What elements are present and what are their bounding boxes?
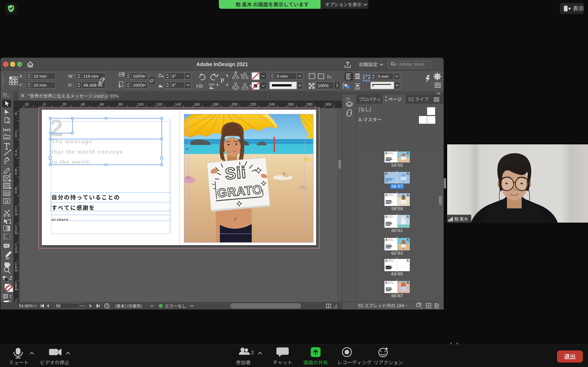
svg-text:120: 120 [156,102,162,106]
svg-text:A: A [385,281,388,285]
svg-text:100%: 100% [133,83,144,87]
svg-text:A: A [385,259,388,263]
svg-text:20: 20 [62,102,66,106]
svg-text:119 mm: 119 mm [83,74,98,78]
svg-text:66-67: 66-67 [391,293,403,298]
svg-text:0°: 0° [172,83,176,87]
svg-text:to the world.: to the world. [52,159,91,165]
svg-text:A: A [406,238,409,242]
svg-text:0: 0 [43,102,45,106]
svg-text:0°: 0° [172,74,176,78]
svg-text:A: A [406,193,409,197]
svg-text:56: 56 [56,304,61,308]
svg-text:64-65: 64-65 [391,271,403,276]
svg-text:fx.: fx. [327,74,332,79]
svg-text:240: 240 [269,102,275,106]
svg-text:X :: X : [19,74,25,79]
svg-text:P: P [221,77,224,84]
svg-text:60: 60 [100,102,104,106]
svg-text:60-61: 60-61 [391,228,403,233]
svg-text:62-63: 62-63 [391,250,403,256]
svg-text:A: A [6,200,8,203]
svg-text:200: 200 [231,102,237,106]
svg-text:0: 0 [15,112,17,116]
svg-text:0: 0 [15,190,17,194]
svg-text:2: 2 [251,350,254,355]
svg-text:0: 0 [15,153,17,157]
svg-text:54.86%: 54.86% [19,304,33,308]
svg-text:0: 0 [15,250,17,254]
svg-text:100: 100 [138,102,144,106]
svg-text:40: 40 [81,102,85,106]
svg-text:SII GRATO: SII GRATO [52,218,68,221]
svg-text:300: 300 [325,102,331,106]
svg-text:0: 0 [15,212,17,216]
svg-text:A: A [406,151,409,155]
svg-text:160: 160 [194,102,200,106]
svg-text:5 mm: 5 mm [378,74,389,79]
svg-text:220: 220 [250,102,256,106]
svg-text:Y :: Y : [19,83,25,88]
svg-text:A: A [406,259,409,263]
svg-text:A: A [406,172,409,176]
svg-text:280: 280 [306,102,312,106]
svg-text:10 mm: 10 mm [34,74,47,78]
svg-text:0: 0 [15,287,17,291]
svg-text:0: 0 [15,171,17,175]
svg-text:100%: 100% [318,83,329,88]
svg-text:that the world conveys: that the world conveys [52,149,123,155]
svg-text:A: A [385,172,388,176]
svg-text:Adobe InDesign 2021: Adobe InDesign 2021 [196,61,248,67]
svg-text:80: 80 [119,102,123,106]
svg-text:100%: 100% [133,74,144,78]
svg-text:A: A [406,215,409,219]
svg-text:20: 20 [25,102,29,106]
svg-text:Sii: Sii [224,163,247,183]
svg-text:A: A [385,151,388,155]
svg-text:0: 0 [15,134,17,138]
svg-text:A: A [385,215,388,219]
svg-text:180: 180 [213,102,219,106]
svg-text:0 mm: 0 mm [277,74,288,78]
svg-text:58-59: 58-59 [391,206,403,211]
svg-text:A: A [385,193,388,197]
svg-text:H :: H : [68,83,74,88]
svg-text:54-55: 54-55 [391,163,403,168]
svg-text:W :: W : [68,74,75,79]
svg-text:T: T [9,294,12,299]
svg-text:140: 140 [175,102,181,106]
svg-text:10 mm: 10 mm [34,83,47,87]
svg-text:0: 0 [15,268,17,273]
svg-text:A: A [385,238,388,242]
svg-text:260: 260 [288,102,294,106]
svg-text:Adobe Stock: Adobe Stock [399,62,425,67]
svg-text:56-57: 56-57 [391,184,403,189]
svg-text:0: 0 [15,231,17,235]
svg-text:2: 2 [50,115,63,141]
svg-text:A: A [406,281,409,285]
